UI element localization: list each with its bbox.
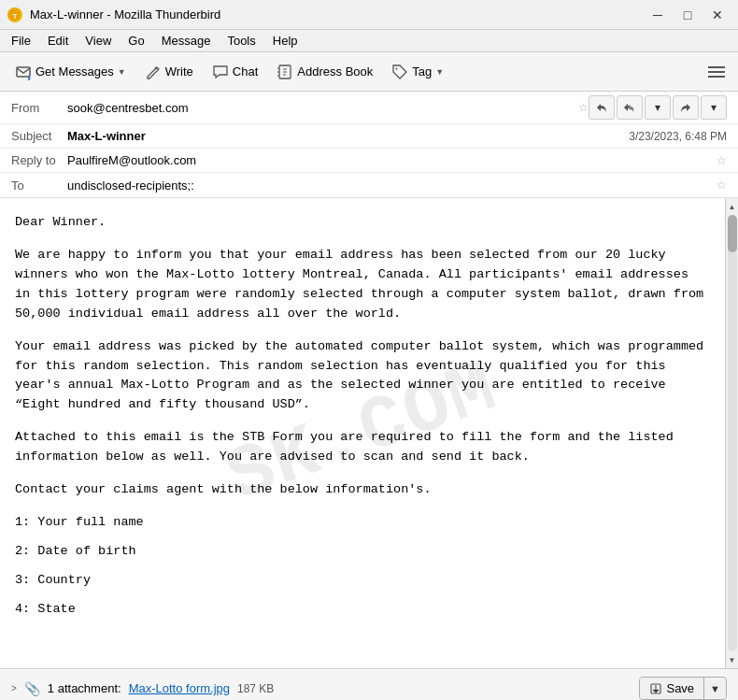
svg-text:T: T <box>13 12 18 21</box>
forward-icon <box>679 101 692 114</box>
attachment-expand-button[interactable]: > <box>11 683 17 693</box>
scrollbar[interactable]: ▲ ▼ <box>725 198 738 668</box>
tag-button[interactable]: Tag ▼ <box>384 57 451 87</box>
from-star-icon[interactable]: ☆ <box>578 101 589 114</box>
title-bar: T Max-L-winner - Mozilla Thunderbird ─ □… <box>0 0 738 30</box>
to-star-icon[interactable]: ☆ <box>717 179 727 192</box>
get-messages-icon <box>15 64 32 80</box>
paragraph-4: Attached to this email is the STB Form y… <box>15 428 710 467</box>
menu-bar: File Edit View Go Message Tools Help <box>0 30 738 52</box>
forward-button[interactable] <box>673 95 699 120</box>
paragraph-3: Your email address was picked by the aut… <box>15 337 710 416</box>
reply-to-star-icon[interactable]: ☆ <box>717 154 727 167</box>
menu-file[interactable]: File <box>4 32 38 50</box>
reply-button[interactable] <box>589 95 615 120</box>
scroll-track[interactable] <box>728 215 737 651</box>
hamburger-menu[interactable] <box>703 61 731 83</box>
close-button[interactable]: ✕ <box>704 5 731 25</box>
from-label: From <box>11 101 67 115</box>
attachment-size: 187 KB <box>237 682 274 695</box>
save-button-group: Save ▼ <box>639 677 727 700</box>
paperclip-icon: 📎 <box>24 681 40 696</box>
svg-point-4 <box>396 67 398 69</box>
app-icon: T <box>7 7 22 22</box>
paragraph-greeting: Dear Winner. <box>15 213 710 233</box>
menu-view[interactable]: View <box>78 32 119 50</box>
menu-message[interactable]: Message <box>154 32 219 50</box>
write-button[interactable]: Write <box>137 57 201 87</box>
save-icon <box>649 682 662 695</box>
window-controls: ─ □ ✕ <box>645 5 731 25</box>
list-item-2: 2: Date of birth <box>15 542 710 562</box>
save-button[interactable]: Save <box>640 678 704 699</box>
get-messages-dropdown-arrow[interactable]: ▼ <box>118 67 126 77</box>
attachment-filename[interactable]: Max-Lotto form.jpg <box>129 681 230 695</box>
save-dropdown-button[interactable]: ▼ <box>704 679 726 698</box>
scroll-down-arrow[interactable]: ▼ <box>727 653 738 666</box>
nav-buttons: ▾ ▾ <box>589 95 727 120</box>
menu-go[interactable]: Go <box>121 32 151 50</box>
from-row: From sook@centresbet.com ☆ ▾ ▾ <box>0 92 738 124</box>
reply-to-value: PaulfireM@outlook.com <box>67 153 713 167</box>
attachment-bar: > 📎 1 attachment: Max-Lotto form.jpg 187… <box>0 668 738 700</box>
minimize-button[interactable]: ─ <box>645 5 671 25</box>
more-actions-button[interactable]: ▾ <box>701 95 727 120</box>
to-row: To undisclosed-recipients;: ☆ <box>0 173 738 197</box>
maximize-button[interactable]: □ <box>674 5 701 25</box>
subject-label: Subject <box>11 129 67 143</box>
reply-to-label: Reply to <box>11 153 67 167</box>
scroll-up-arrow[interactable]: ▲ <box>727 200 738 213</box>
svg-rect-2 <box>17 67 30 77</box>
window-title: Max-L-winner - Mozilla Thunderbird <box>30 7 637 21</box>
paragraph-2: We are happy to inform you that your ema… <box>15 246 710 324</box>
attachment-count: 1 attachment: <box>48 681 121 695</box>
tag-dropdown-arrow[interactable]: ▼ <box>435 67 444 77</box>
reply-icon <box>595 101 608 114</box>
nav-dropdown-button[interactable]: ▾ <box>645 95 671 120</box>
scroll-thumb[interactable] <box>728 215 737 252</box>
paragraph-5: Contact your claims agent with the below… <box>15 480 710 500</box>
from-value: sook@centresbet.com <box>67 101 575 115</box>
email-body: SK.COM Dear Winner. We are happy to info… <box>0 198 725 668</box>
reply-to-row: Reply to PaulfireM@outlook.com ☆ <box>0 149 738 173</box>
email-header: From sook@centresbet.com ☆ ▾ ▾ <box>0 92 738 198</box>
write-icon <box>145 64 162 80</box>
tag-icon <box>391 64 408 80</box>
address-book-button[interactable]: Address Book <box>269 57 380 87</box>
to-value: undisclosed-recipients;: <box>67 179 713 193</box>
list-item-1: 1: Your full name <box>15 513 710 533</box>
email-date: 3/23/2023, 6:48 PM <box>629 130 727 143</box>
email-body-inner: Dear Winner. We are happy to inform you … <box>15 213 710 620</box>
toolbar: Get Messages ▼ Write Chat Address Book T… <box>0 52 738 92</box>
chat-icon <box>212 64 229 80</box>
menu-tools[interactable]: Tools <box>220 32 263 50</box>
chat-button[interactable]: Chat <box>205 57 265 87</box>
reply-all-button[interactable] <box>617 95 643 120</box>
subject-row: Subject Max-L-winner 3/23/2023, 6:48 PM <box>0 124 738 149</box>
email-content-wrapper: SK.COM Dear Winner. We are happy to info… <box>0 198 738 668</box>
subject-value: Max-L-winner <box>67 129 629 143</box>
menu-help[interactable]: Help <box>265 32 305 50</box>
address-book-icon <box>277 64 293 80</box>
reply-all-icon <box>623 101 636 114</box>
list-item-4: 4: State <box>15 600 710 620</box>
list-item-3: 3: Country <box>15 571 710 591</box>
menu-edit[interactable]: Edit <box>40 32 76 50</box>
get-messages-button[interactable]: Get Messages ▼ <box>7 57 134 87</box>
to-label: To <box>11 179 67 193</box>
